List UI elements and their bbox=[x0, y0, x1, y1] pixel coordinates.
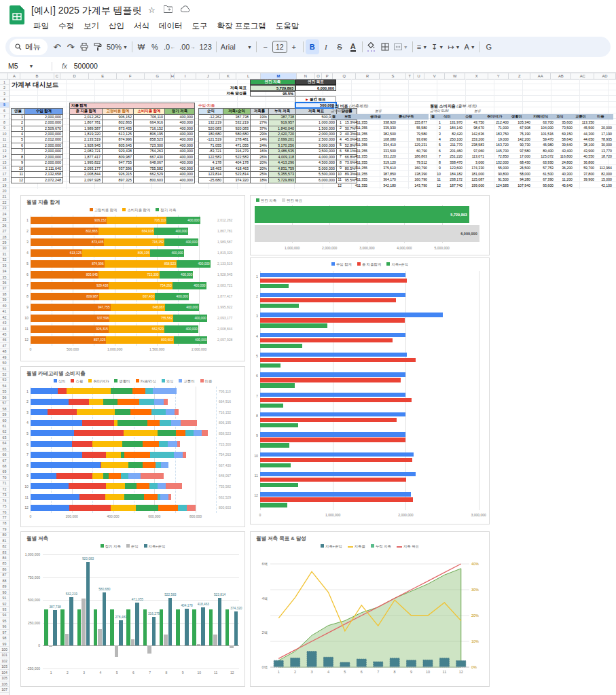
row-header-55[interactable]: 55 bbox=[0, 389, 9, 395]
cell[interactable]: 153,200 bbox=[464, 137, 486, 142]
cell[interactable]: 순익 bbox=[199, 109, 223, 114]
row-header-24[interactable]: 24 bbox=[0, 211, 9, 217]
row-header-44[interactable]: 44 bbox=[0, 326, 9, 332]
chart-monthly-saving[interactable]: 월별 저축정기 저축순익저축+순익387,7381532,2192920,083… bbox=[20, 531, 245, 687]
row-header-35[interactable]: 35 bbox=[0, 274, 9, 280]
row-header-10[interactable]: 10 bbox=[0, 131, 9, 137]
cell[interactable]: 90,800 bbox=[486, 171, 510, 177]
cell[interactable]: 1,928,945 bbox=[70, 143, 103, 148]
cell[interactable]: 교통비 bbox=[574, 114, 596, 120]
cell[interactable]: 38,100 bbox=[574, 143, 596, 148]
cell[interactable]: 43,750 bbox=[464, 120, 486, 125]
column-header-B[interactable]: B bbox=[20, 73, 54, 79]
column-header-N[interactable]: N bbox=[297, 73, 315, 79]
cell[interactable]: 2,133,519 bbox=[70, 137, 103, 143]
menu-item-1[interactable]: 수정 bbox=[54, 19, 79, 33]
cell[interactable]: 73,500 bbox=[555, 126, 574, 131]
cell[interactable]: 335,930 bbox=[369, 126, 397, 131]
cell[interactable]: 1,989,587 bbox=[70, 126, 103, 131]
cell[interactable]: 174,330 bbox=[464, 166, 486, 171]
cell[interactable]: 754,263 bbox=[134, 149, 165, 154]
cell[interactable]: 374,320 bbox=[223, 177, 251, 183]
cell[interactable]: 129,231 bbox=[397, 143, 429, 148]
cell[interactable]: 333,500 bbox=[369, 148, 397, 154]
cell[interactable]: 75,190 bbox=[510, 131, 532, 137]
row-header-29[interactable]: 29 bbox=[0, 240, 9, 245]
cell[interactable]: 5 bbox=[12, 137, 25, 143]
cell[interactable]: 1,819,320 bbox=[70, 131, 103, 137]
row-header-105[interactable]: 105 bbox=[0, 676, 9, 681]
cell[interactable]: 858,523 bbox=[134, 137, 165, 143]
row-header-39[interactable]: 39 bbox=[0, 298, 9, 303]
cell[interactable]: 2,012,000 bbox=[25, 137, 63, 143]
cell[interactable]: 382,500 bbox=[369, 131, 397, 137]
cell[interactable]: 20% bbox=[251, 166, 269, 171]
cell[interactable]: 929,438 bbox=[103, 149, 134, 154]
row-header-47[interactable]: 47 bbox=[0, 343, 9, 349]
cell[interactable]: 통신/구독 bbox=[397, 114, 429, 120]
column-header-AB[interactable]: AB bbox=[551, 73, 571, 79]
cell[interactable]: 411,355 bbox=[343, 154, 369, 160]
row-header-77[interactable]: 77 bbox=[0, 515, 9, 520]
cell[interactable]: 57,753 bbox=[532, 166, 555, 171]
cell[interactable]: 10 bbox=[331, 171, 343, 177]
row-header-78[interactable]: 78 bbox=[0, 521, 9, 527]
vertical-align-icon[interactable]: ↧▼ bbox=[429, 39, 446, 54]
column-header-F[interactable]: F bbox=[117, 73, 145, 79]
column-header-R[interactable]: R bbox=[356, 73, 380, 79]
row-header-52[interactable]: 52 bbox=[0, 372, 9, 377]
row-header-49[interactable]: 49 bbox=[0, 355, 9, 360]
cell[interactable]: 400,000 bbox=[165, 120, 195, 126]
cell[interactable]: 6 bbox=[430, 148, 442, 154]
cell[interactable]: 331,220 bbox=[369, 154, 397, 160]
cell[interactable]: 400,000 bbox=[165, 172, 195, 177]
cell[interactable]: 411,355 bbox=[343, 120, 369, 125]
row-header-54[interactable]: 54 bbox=[0, 383, 9, 389]
column-header-P[interactable]: P bbox=[322, 73, 333, 79]
cell[interactable]: 71,000 bbox=[486, 126, 510, 131]
cell[interactable]: 5 bbox=[331, 143, 343, 148]
saving-goal-label[interactable]: 저축 목표 bbox=[202, 85, 249, 90]
row-header-106[interactable]: 106 bbox=[0, 681, 9, 687]
format-percent-icon[interactable]: % bbox=[148, 39, 162, 54]
cell[interactable]: 6 bbox=[331, 148, 343, 154]
cell[interactable]: 총 지출 합계 bbox=[70, 109, 103, 114]
cell[interactable]: 755,582 bbox=[134, 166, 165, 171]
menu-item-4[interactable]: 서식 bbox=[129, 19, 154, 33]
cell[interactable]: 3,000 bbox=[464, 160, 486, 165]
sheets-logo-icon[interactable] bbox=[10, 5, 24, 24]
column-header-Q[interactable]: Q bbox=[333, 73, 356, 79]
cell[interactable]: 2,509,670 bbox=[25, 126, 63, 131]
cell[interactable]: 4,413,296 bbox=[269, 160, 296, 166]
column-header-A[interactable]: A bbox=[8, 73, 20, 79]
cell[interactable]: 44,650 bbox=[574, 137, 596, 142]
text-wrap-icon[interactable]: ↦▼ bbox=[446, 39, 462, 54]
row-header-6[interactable]: 6 bbox=[0, 108, 9, 113]
chart-goal-progress[interactable]: 월별 저축 목표 & 달성저축+순익저축률누적 저축저축 목표0%10%20%3… bbox=[250, 531, 490, 687]
row-header-87[interactable]: 87 bbox=[0, 573, 9, 578]
row-header-67[interactable]: 67 bbox=[0, 458, 9, 463]
column-header-J[interactable]: J bbox=[196, 73, 220, 79]
row-header-4[interactable]: 4 bbox=[0, 96, 9, 102]
cell[interactable]: 937,596 bbox=[103, 166, 134, 171]
search-menus[interactable]: 메뉴 bbox=[10, 39, 48, 55]
cell[interactable]: 79,580 bbox=[397, 131, 429, 137]
cell[interactable]: 199,000 bbox=[464, 183, 486, 188]
row-header-99[interactable]: 99 bbox=[0, 641, 9, 647]
cell[interactable]: 186,863 bbox=[397, 154, 429, 160]
cell[interactable]: 12 bbox=[331, 183, 343, 188]
cell[interactable]: 67,390 bbox=[532, 177, 555, 183]
cell[interactable]: 116,800 bbox=[555, 154, 574, 160]
cell[interactable]: 522,583 bbox=[223, 154, 251, 160]
row-header-73[interactable]: 73 bbox=[0, 493, 9, 498]
row-header-7[interactable]: 7 bbox=[0, 114, 9, 120]
cell[interactable]: 2,097,928 bbox=[70, 177, 103, 183]
cell[interactable]: 874,996 bbox=[103, 137, 134, 143]
column-header-AA[interactable]: AA bbox=[530, 73, 551, 79]
cell[interactable]: 418,463 bbox=[223, 166, 251, 171]
cell[interactable]: 125,072 bbox=[532, 154, 555, 160]
cell[interactable]: 3,170,256 bbox=[269, 143, 296, 148]
cell[interactable]: 1,867,781 bbox=[70, 120, 103, 126]
menu-item-5[interactable]: 데이터 bbox=[154, 19, 187, 33]
cell[interactable]: 805,645 bbox=[103, 143, 134, 148]
